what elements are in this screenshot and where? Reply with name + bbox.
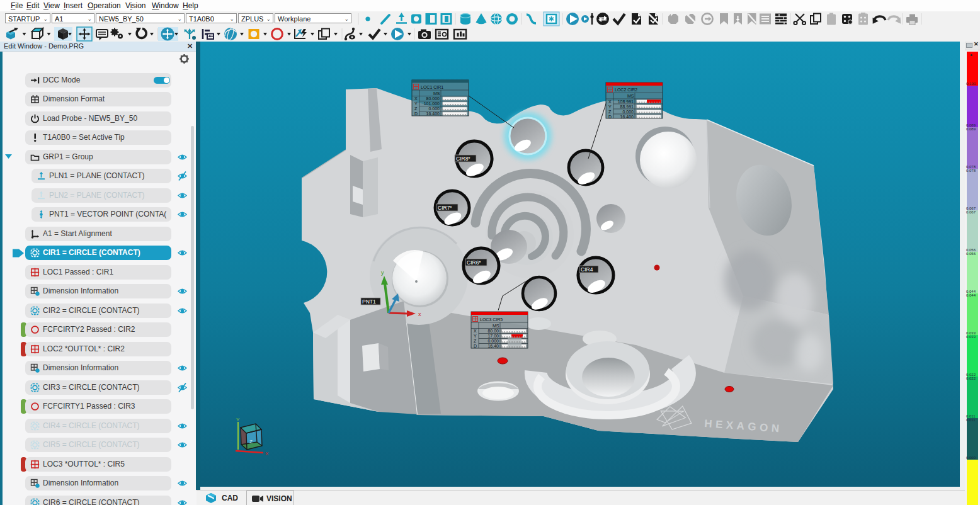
svg-text:Z: Z — [414, 106, 418, 111]
svg-text:PNT1: PNT1 — [362, 298, 376, 305]
svg-text:Z: Z — [608, 110, 612, 114]
svg-text:0.000: 0.000 — [622, 110, 634, 114]
svg-text:D: D — [608, 115, 612, 119]
svg-text:D: D — [474, 344, 477, 348]
svg-text:Z: Z — [474, 339, 477, 343]
svg-text:0.000: 0.000 — [487, 339, 499, 343]
svg-text:X: X — [474, 329, 477, 333]
svg-text:Y: Y — [414, 101, 418, 106]
svg-text:101.000: 101.000 — [424, 101, 440, 106]
svg-text:MS: MS — [627, 94, 634, 98]
svg-text:y: y — [381, 270, 384, 276]
svg-text:Y: Y — [236, 417, 240, 423]
svg-text:80.00: 80.00 — [487, 329, 499, 333]
svg-text:Z: Z — [249, 439, 253, 445]
svg-text:LOC3 CIR5: LOC3 CIR5 — [480, 317, 503, 322]
svg-text:CIR7*: CIR7* — [438, 205, 452, 211]
svg-text:CIR6*: CIR6* — [467, 259, 481, 266]
svg-text:16.400: 16.400 — [426, 111, 440, 116]
svg-text:CIR8*: CIR8* — [456, 156, 470, 162]
svg-text:80.000: 80.000 — [426, 96, 440, 101]
svg-text:88.991: 88.991 — [620, 105, 634, 109]
svg-text:0.000: 0.000 — [428, 106, 440, 111]
svg-text:108.991: 108.991 — [618, 99, 634, 104]
svg-text:x: x — [418, 311, 421, 317]
svg-text:Y: Y — [474, 334, 477, 338]
svg-text:Y: Y — [608, 105, 612, 109]
svg-text:D: D — [414, 111, 418, 116]
svg-text:17.00: 17.00 — [487, 334, 499, 338]
svg-text:LOC2 CIR2: LOC2 CIR2 — [615, 88, 637, 92]
svg-text:16.400: 16.400 — [620, 115, 634, 119]
svg-text:LOC1 CIR1: LOC1 CIR1 — [421, 85, 443, 89]
svg-text:CIR4: CIR4 — [581, 266, 593, 273]
svg-text:MS: MS — [433, 91, 440, 96]
svg-text:X: X — [265, 451, 269, 457]
svg-text:X: X — [414, 96, 418, 101]
svg-text:16.40: 16.40 — [487, 344, 499, 348]
svg-text:MS: MS — [493, 324, 499, 328]
svg-text:X: X — [608, 99, 612, 104]
